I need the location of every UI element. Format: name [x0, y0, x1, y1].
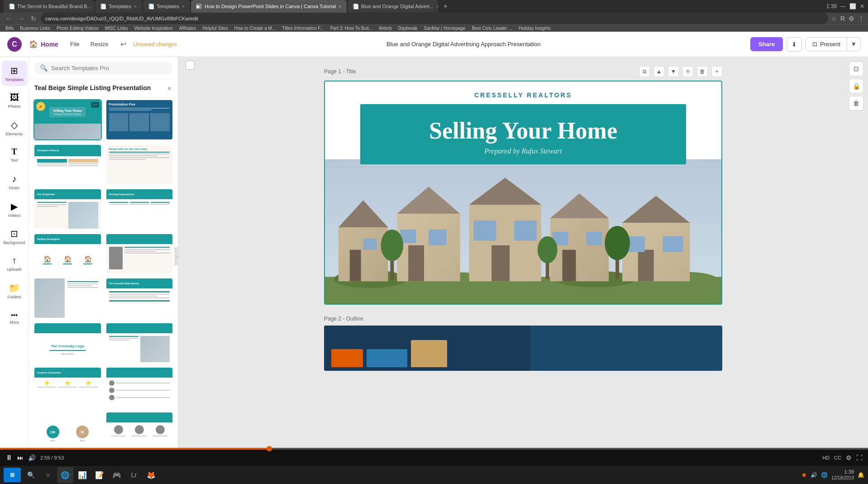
share-button[interactable]: Share	[750, 37, 783, 51]
canvas-checkbox[interactable]	[186, 61, 195, 70]
video-cc-button[interactable]: CC	[834, 455, 841, 460]
start-button[interactable]: ⊞	[4, 468, 21, 482]
taskbar-record-icon[interactable]: ⏺	[801, 472, 807, 478]
taskbar-lightroom-button[interactable]: Lr	[126, 467, 142, 483]
video-fullscreen-button[interactable]: ⛶	[856, 454, 863, 461]
slide-1[interactable]: ↻	[324, 81, 722, 305]
browser-tab-5[interactable]: 📄 Blue and Orange Digital Advert... ×	[348, 0, 438, 13]
slide-1-duplicate-button[interactable]: ⧉	[639, 66, 650, 77]
present-dropdown-button[interactable]: ▼	[847, 38, 860, 51]
bookmark-part3[interactable]: Part 3: How To Buil...	[328, 25, 375, 32]
template-card-12[interactable]	[105, 322, 174, 364]
bookmark-daybreak[interactable]: Daybreak	[396, 25, 420, 32]
slide-1-copy-button[interactable]: ⎘	[682, 66, 693, 77]
sidebar-item-videos[interactable]: ▶ Videos	[2, 196, 27, 222]
tab-close-4[interactable]: ×	[339, 4, 341, 9]
bookmark-website-inspiration[interactable]: Website Inspiration	[132, 25, 176, 32]
tab-close-3[interactable]: ×	[182, 4, 185, 9]
video-hd-button[interactable]: HD	[822, 455, 830, 460]
canvas-lock-button[interactable]: 🔒	[849, 79, 863, 93]
panel-collapse-button[interactable]: ◀	[174, 247, 178, 265]
template-card-5[interactable]: Our Expertise	[33, 188, 102, 230]
canvas-delete-button[interactable]: 🗑	[849, 96, 863, 110]
template-card-9[interactable]	[33, 278, 102, 319]
template-card-15[interactable]: 180 days 90 days	[33, 412, 102, 453]
extensions-icon[interactable]: ⚙	[849, 15, 854, 22]
file-menu[interactable]: File	[66, 38, 84, 50]
slide-teal-banner[interactable]: Selling Your Home Prepared by Rufus Stew…	[360, 104, 686, 164]
profile-icon[interactable]: R	[840, 15, 845, 22]
template-card-6[interactable]: Pricing Approaches	[105, 188, 174, 230]
document-title[interactable]: Blue and Orange Digital Advertising Appr…	[184, 41, 743, 48]
template-card-13[interactable]: Customer Guarantees ⭐ ⭐	[33, 367, 102, 408]
template-card-2[interactable]: Presentation Five	[105, 99, 174, 140]
new-tab-button[interactable]: +	[439, 0, 452, 13]
slide-1-delete-button[interactable]: 🗑	[697, 66, 708, 77]
undo-button[interactable]: ↩	[120, 40, 126, 48]
canva-logo[interactable]: C	[7, 37, 22, 52]
sidebar-item-uploads[interactable]: ↑ Uploads	[2, 251, 27, 276]
bookmark-affiliates[interactable]: Affiliates	[176, 25, 199, 32]
bookmark-create-m[interactable]: How to Create a M...	[231, 25, 278, 32]
slide-1-add-button[interactable]: +	[711, 66, 722, 77]
close-panel-button[interactable]: ×	[167, 84, 172, 94]
taskbar-steam-button[interactable]: 🎮	[109, 467, 125, 483]
sidebar-item-more[interactable]: ••• More	[2, 305, 27, 331]
back-button[interactable]: ←	[4, 14, 14, 23]
browser-minimize[interactable]: —	[840, 3, 846, 10]
sidebar-item-elements[interactable]: ◇ Elements	[2, 115, 27, 140]
present-button[interactable]: ⊡ Present	[806, 38, 847, 51]
video-progress-bar[interactable]	[0, 448, 868, 450]
bookmark-photo-editing[interactable]: Photo Editing Videos	[54, 25, 101, 32]
template-card-10[interactable]: The Cresselly Belief System	[105, 278, 174, 319]
browser-maximize[interactable]: ⬜	[849, 3, 856, 10]
tab-close-5[interactable]: ×	[436, 4, 438, 9]
slide-1-down-button[interactable]: ▼	[668, 66, 679, 77]
taskbar-notification-button[interactable]: 🔔	[858, 472, 864, 478]
tab-close-2[interactable]: ×	[134, 4, 137, 9]
bookmark-titles[interactable]: Titles Information F...	[279, 25, 326, 32]
taskbar-word-button[interactable]: 📝	[91, 467, 108, 483]
bookmark-helpful[interactable]: Helpful Sites	[200, 25, 230, 32]
slide-1-up-button[interactable]: ▲	[653, 66, 664, 77]
taskbar-volume-icon[interactable]: 🔊	[811, 472, 817, 478]
bookmark-bills[interactable]: Bills	[3, 25, 16, 32]
video-skip-forward-button[interactable]: ⏭	[17, 454, 24, 461]
sidebar-item-background[interactable]: ⊡ Background	[2, 224, 27, 249]
canvas-filter-button[interactable]: ⊡	[849, 62, 863, 76]
address-bar[interactable]: canva.com/design/DADuzi3_rQQ/D_RlddUD_AV…	[41, 13, 828, 24]
taskbar-powerpoint-button[interactable]: 📊	[74, 467, 91, 483]
refresh-button[interactable]: ↻	[29, 14, 38, 23]
taskbar-chrome-button[interactable]: 🌐	[57, 467, 73, 483]
video-play-pause-button[interactable]: ⏸	[5, 454, 13, 462]
bookmark-business-links[interactable]: Business Links	[17, 25, 53, 32]
slide-2[interactable]	[324, 326, 722, 371]
sidebar-item-templates[interactable]: ⊞ Templates	[2, 61, 27, 86]
bookmark-airbnb[interactable]: Airbnb	[376, 25, 395, 32]
forward-button[interactable]: →	[16, 14, 26, 23]
video-progress-thumb[interactable]	[267, 446, 272, 451]
taskbar-network-icon[interactable]: 🌐	[821, 472, 828, 478]
template-card-3[interactable]: Compare History	[33, 144, 102, 185]
download-button[interactable]: ⬇	[787, 37, 802, 52]
sidebar-item-photos[interactable]: 🖼 Photos	[2, 88, 27, 113]
home-button[interactable]: 🏠 Home	[29, 40, 58, 48]
sidebar-item-music[interactable]: ♪ Music	[2, 169, 27, 195]
browser-tab-2[interactable]: 📄 Templates ×	[95, 0, 142, 13]
bookmark-civic[interactable]: Best Civic Leader ...	[469, 25, 515, 32]
bookmark-holiday[interactable]: Holiday Insights	[516, 25, 553, 32]
browser-tab-3[interactable]: 📄 Templates ×	[143, 0, 190, 13]
taskbar-firefox-button[interactable]: 🦊	[143, 467, 159, 483]
template-card-14[interactable]	[105, 367, 174, 408]
browser-close[interactable]: ✕	[860, 3, 864, 10]
taskbar-clock[interactable]: 1:39 12/18/2019	[831, 469, 854, 480]
bookmark-star-icon[interactable]: ☆	[831, 15, 837, 22]
canvas-area[interactable]: ⊡ 🔒 🗑 Page 1 - Title ⧉ ▲ ▼ ⎘ 🗑 +	[178, 57, 868, 455]
template-1-more-button[interactable]: ⋯	[91, 102, 99, 108]
resize-menu[interactable]: Resize	[86, 38, 113, 50]
browser-tab-1[interactable]: 📄 The Secret to Beautiful Brand B... ×	[4, 0, 94, 13]
video-settings-button[interactable]: ⚙	[846, 454, 852, 461]
template-card-4[interactable]: Rental offer for the real estate	[105, 144, 174, 185]
menu-icon[interactable]: ⋮	[858, 15, 864, 22]
template-card-11[interactable]: The Cresselly Logo REALTORS	[33, 322, 102, 364]
